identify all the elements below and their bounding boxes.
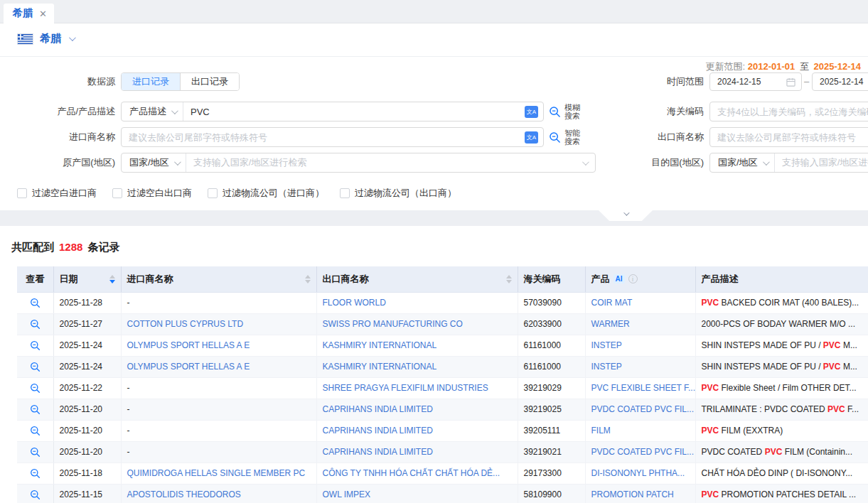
- exporter-link[interactable]: CÔNG TY TNHH HÓA CHẤT CHẤT HÓA DẺ...: [323, 468, 500, 478]
- product-link[interactable]: DI-ISONONYL PHTHA...: [591, 468, 685, 478]
- product-link[interactable]: INSTEP: [591, 362, 622, 372]
- importer-link[interactable]: COTTON PLUS CYPRUS LTD: [127, 319, 244, 329]
- date-cell: 2025-11-15: [53, 484, 121, 503]
- destination-label: 目的国(地区): [618, 153, 704, 173]
- destination-input[interactable]: 支持输入国家/地区进行: [775, 156, 868, 169]
- importer-cell: -: [121, 441, 316, 463]
- tab-import-records[interactable]: 进口记录: [122, 73, 180, 90]
- importer-cell: APOSTOLIDIS THEODOROS: [121, 484, 316, 503]
- view-search-icon[interactable]: [30, 362, 41, 372]
- view-cell: [17, 441, 53, 463]
- hs-code-input-group: [709, 102, 868, 121]
- exporter-link[interactable]: SWISS PRO MANUFACTURING CO: [323, 319, 463, 329]
- view-search-icon[interactable]: [30, 404, 41, 415]
- sort-icon-importer[interactable]: [305, 275, 311, 283]
- translate-icon[interactable]: 文A: [525, 131, 538, 144]
- view-search-icon[interactable]: [30, 383, 41, 394]
- origin-country-label: 原产国(地区): [0, 153, 115, 173]
- checkbox-label: 过滤空白进口商: [32, 187, 97, 200]
- exporter-link[interactable]: FLOOR WORLD: [323, 298, 386, 308]
- date-end-input[interactable]: 2025-12-14: [812, 72, 868, 91]
- exporter-link[interactable]: SHREE PRAGYA FLEXIFILM INDUSTRIES: [323, 383, 488, 393]
- product-link[interactable]: FILM: [591, 426, 611, 436]
- product-link[interactable]: COIR MAT: [591, 298, 633, 308]
- importer-link[interactable]: APOSTOLIDIS THEODOROS: [127, 490, 241, 499]
- checkbox-filter-blank-exporter[interactable]: 过滤空白出口商: [112, 187, 192, 200]
- view-search-icon[interactable]: [30, 468, 41, 479]
- product-input[interactable]: [183, 102, 543, 121]
- sort-icon-date[interactable]: [109, 275, 115, 283]
- tab-greece[interactable]: 希腊 ✕: [4, 4, 54, 23]
- view-search-icon[interactable]: [30, 490, 41, 500]
- exporter-link[interactable]: CAPRIHANS INDIA LIMITED: [323, 447, 433, 457]
- description-text: F...: [845, 404, 859, 414]
- exporter-link[interactable]: KASHMIRY INTERNATIONAL: [323, 340, 437, 350]
- checkbox-filter-logistics-importer[interactable]: 过滤物流公司（进口商）: [208, 187, 324, 200]
- origin-country-input[interactable]: 支持输入国家/地区进行检索: [186, 156, 595, 169]
- importer-link[interactable]: OLYMPUS SPORT HELLAS A E: [127, 362, 250, 372]
- info-icon[interactable]: i: [628, 274, 638, 283]
- exporter-link[interactable]: CAPRIHANS INDIA LIMITED: [323, 404, 433, 414]
- product-cell: COIR MAT: [585, 292, 695, 313]
- destination-select[interactable]: 国家/地区: [710, 153, 775, 172]
- sort-icon-exporter[interactable]: [506, 275, 512, 283]
- product-link[interactable]: INSTEP: [591, 340, 622, 350]
- summary-count: 1288: [59, 241, 82, 253]
- checkbox-filter-blank-importer[interactable]: 过滤空白进口商: [17, 187, 97, 200]
- date-cell: 2025-11-18: [53, 463, 121, 484]
- column-header-date[interactable]: 日期: [53, 266, 121, 292]
- exporter-cell: KASHMIRY INTERNATIONAL: [316, 335, 518, 356]
- close-icon[interactable]: ✕: [39, 9, 47, 18]
- tab-export-records[interactable]: 出口记录: [180, 73, 239, 90]
- keyword-highlight: PVC: [827, 404, 845, 414]
- product-field-select[interactable]: 产品描述: [122, 102, 183, 121]
- table-row: 2025-11-20-CAPRIHANS INDIA LIMITED392051…: [17, 420, 868, 441]
- view-search-icon[interactable]: [30, 426, 41, 436]
- hs-code-cell: 39219021: [518, 441, 585, 463]
- fuzzy-search-button[interactable]: 模糊搜索: [549, 104, 580, 120]
- importer-link[interactable]: QUIMIDROGA HELLAS SINGLE MEMBER PC: [127, 468, 306, 478]
- description-cell: CHẤT HÓA DẺO DINP ( DI-ISONONY...: [695, 463, 868, 484]
- origin-country-select[interactable]: 国家/地区: [122, 153, 186, 172]
- column-header-exporter[interactable]: 出口商名称: [316, 266, 518, 292]
- view-search-icon[interactable]: [30, 298, 41, 308]
- exporter-link[interactable]: OWL IMPEX: [323, 490, 371, 499]
- product-link[interactable]: PVC FLEXIBLE SHEET F...: [591, 383, 696, 393]
- product-link[interactable]: PVDC COATED PVC FIL...: [591, 447, 694, 457]
- smart-search-button[interactable]: 智能搜索: [549, 129, 580, 146]
- product-link[interactable]: PROMOTION PATCH: [591, 490, 674, 499]
- product-select-value: 产品描述: [129, 105, 166, 118]
- date-start-input[interactable]: 2024-12-15: [709, 72, 802, 91]
- date-cell: 2025-11-28: [53, 292, 121, 313]
- translate-icon[interactable]: 文A: [525, 106, 538, 118]
- exporter-link[interactable]: CAPRIHANS INDIA LIMITED: [323, 426, 433, 436]
- column-header-importer[interactable]: 进口商名称: [121, 266, 316, 292]
- ai-badge: AI: [614, 274, 625, 283]
- hs-code-cell: 61161000: [518, 356, 585, 377]
- calendar-icon: [786, 77, 795, 87]
- checkbox-label: 过滤空白出口商: [127, 187, 192, 200]
- update-range-to: 至: [800, 61, 809, 72]
- view-search-icon[interactable]: [30, 447, 41, 458]
- product-link[interactable]: PVDC COATED PVC FIL...: [591, 404, 694, 414]
- hs-code-input[interactable]: [710, 102, 868, 121]
- importer-label: 进口商名称: [0, 127, 115, 147]
- exporter-link[interactable]: KASHMIRY INTERNATIONAL: [323, 362, 437, 372]
- importer-link[interactable]: OLYMPUS SPORT HELLAS A E: [127, 340, 250, 350]
- view-search-icon[interactable]: [30, 340, 41, 351]
- collapse-handle[interactable]: [599, 210, 653, 221]
- view-cell: [17, 420, 53, 441]
- product-link[interactable]: WARMER: [591, 319, 630, 329]
- description-cell: PVDC COATED PVC FILM (Containin...: [695, 441, 868, 463]
- keyword-highlight: PVC: [823, 362, 841, 372]
- checkbox-filter-logistics-exporter[interactable]: 过滤物流公司（出口商）: [340, 187, 456, 200]
- product-cell: PROMOTION PATCH: [585, 484, 695, 503]
- view-search-icon[interactable]: [30, 319, 41, 330]
- checkbox-icon: [112, 188, 122, 198]
- exporter-input[interactable]: [710, 128, 868, 146]
- search-icon: [549, 131, 561, 144]
- chevron-down-icon[interactable]: [69, 34, 76, 41]
- description-text: PROMOTION PATCHES DETAIL ...: [719, 490, 856, 499]
- exporter-cell: CÔNG TY TNHH HÓA CHẤT CHẤT HÓA DẺ...: [316, 463, 518, 484]
- importer-input[interactable]: [122, 128, 543, 146]
